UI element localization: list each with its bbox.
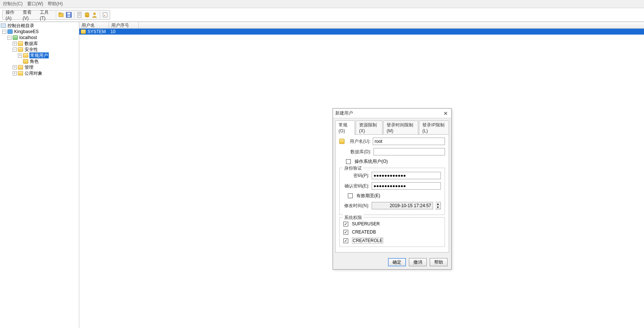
tab-general[interactable]: 常规(G) bbox=[335, 120, 355, 135]
expand-toggle[interactable]: + bbox=[13, 65, 17, 70]
label-database: 数据库(D): bbox=[339, 149, 371, 155]
open-folder-icon[interactable] bbox=[58, 12, 64, 18]
tree-database[interactable]: + 数据库 bbox=[1, 41, 78, 46]
tree-localhost-label: localhost bbox=[19, 35, 37, 41]
menu-help[interactable]: 帮助(H) bbox=[45, 0, 65, 8]
tree-roles-label: 角色 bbox=[29, 58, 39, 64]
expand-toggle[interactable]: − bbox=[13, 48, 17, 52]
expand-toggle[interactable]: + bbox=[13, 71, 17, 75]
cancel-button[interactable]: 撤消 bbox=[409, 258, 427, 266]
cell-userid: 10 bbox=[109, 29, 139, 35]
checkbox-createdb[interactable] bbox=[343, 230, 348, 235]
label-expire: 有效期至(E) bbox=[356, 193, 380, 199]
svg-rect-4 bbox=[67, 15, 70, 17]
close-icon[interactable]: ✕ bbox=[442, 110, 449, 117]
folder-icon bbox=[18, 41, 23, 46]
label-modify-time: 修改时间(N): bbox=[343, 203, 369, 209]
tree-regular-users[interactable]: + 常规用户 bbox=[1, 52, 78, 58]
toolbar-tool[interactable]: 工具(T) bbox=[38, 9, 54, 22]
dialog-body: 用户名(U): 数据库(D): 操作系统用户(O) 身份验证 密码(P): bbox=[335, 134, 449, 253]
col-username[interactable]: 用户名 bbox=[79, 22, 109, 28]
help-button[interactable]: 帮助 bbox=[430, 258, 448, 266]
group-auth: 身份验证 密码(P): 确认密码(E): 有效期至(E) bbox=[339, 168, 445, 215]
tab-login-time[interactable]: 登录时间限制(M) bbox=[383, 120, 418, 135]
tree-database-label: 数据库 bbox=[24, 41, 38, 46]
tree-localhost[interactable]: − localhost bbox=[1, 35, 78, 41]
input-password[interactable] bbox=[372, 172, 441, 179]
cylinder-icon[interactable] bbox=[84, 12, 90, 18]
label-superuser: SUPERUSER bbox=[352, 221, 380, 226]
dialog-tabs: 常规(G) 资源限制(X) 登录时间限制(M) 登录IP限制(L) bbox=[333, 118, 451, 135]
toolbar-wrap: 操作(A) 查看(V) 工具(T) bbox=[0, 8, 644, 22]
input-database[interactable] bbox=[374, 148, 445, 155]
input-username[interactable] bbox=[373, 138, 445, 145]
expand-toggle[interactable]: + bbox=[18, 54, 22, 58]
toolbar: 操作(A) 查看(V) 工具(T) bbox=[2, 10, 110, 20]
menu-console[interactable]: 控制台(C) bbox=[1, 0, 25, 8]
label-password: 密码(P): bbox=[343, 173, 369, 179]
time-spinner[interactable]: ▲▼ bbox=[435, 202, 441, 209]
toolbar-separator bbox=[100, 12, 100, 18]
tree-security-label: 安全性 bbox=[24, 46, 38, 52]
dialog-titlebar[interactable]: 新建用户 ✕ bbox=[333, 109, 451, 118]
user-row-icon bbox=[81, 29, 86, 34]
checkbox-expire[interactable] bbox=[348, 193, 353, 198]
row-superuser: SUPERUSER bbox=[343, 221, 441, 226]
folder-icon bbox=[23, 53, 28, 58]
tree-management[interactable]: + 管理 bbox=[1, 64, 78, 70]
host-icon bbox=[13, 35, 18, 40]
checkbox-superuser[interactable] bbox=[343, 222, 348, 226]
spinner-up-icon[interactable]: ▲ bbox=[435, 202, 440, 206]
menubar: 控制台(C) 窗口(W) 帮助(H) bbox=[0, 0, 644, 8]
toolbar-action[interactable]: 操作(A) bbox=[4, 9, 20, 22]
row-password: 密码(P): bbox=[343, 172, 441, 179]
ok-button[interactable]: 确定 bbox=[388, 258, 406, 266]
input-confirm-password[interactable] bbox=[372, 182, 441, 190]
spinner-down-icon[interactable]: ▼ bbox=[435, 206, 440, 209]
table-header: 用户名 用户序号 bbox=[79, 22, 644, 29]
tree-security[interactable]: − 安全性 bbox=[1, 46, 78, 52]
user-icon[interactable] bbox=[92, 12, 97, 18]
refresh-icon[interactable] bbox=[102, 12, 108, 18]
row-os-user: 操作系统用户(O) bbox=[339, 158, 445, 165]
server-icon bbox=[7, 29, 13, 34]
toolbar-view[interactable]: 查看(V) bbox=[21, 9, 37, 22]
script-icon[interactable] bbox=[77, 12, 83, 18]
checkbox-os-user[interactable] bbox=[346, 159, 351, 164]
table-row[interactable]: SYSTEM 10 bbox=[79, 29, 644, 35]
tree-root[interactable]: 控制台根目录 bbox=[1, 23, 78, 29]
cell-username-text: SYSTEM bbox=[87, 29, 106, 34]
dialog-title-text: 新建用户 bbox=[335, 110, 442, 116]
new-user-dialog: 新建用户 ✕ 常规(G) 资源限制(X) 登录时间限制(M) 登录IP限制(L)… bbox=[333, 108, 452, 270]
group-sys-priv: 系统权限 SUPERUSER CREATEDB CREATEROLE bbox=[339, 217, 445, 247]
tree-public-objects[interactable]: + 公用对象 bbox=[1, 70, 78, 76]
expand-blank bbox=[18, 60, 22, 64]
label-createdb: CREATEDB bbox=[352, 229, 376, 235]
folder-icon bbox=[18, 71, 23, 75]
tree-kingbase[interactable]: − KingbaseES bbox=[1, 29, 78, 35]
tab-login-ip[interactable]: 登录IP限制(L) bbox=[419, 120, 449, 135]
tree-root-label: 控制台根目录 bbox=[7, 23, 35, 29]
input-modify-time[interactable] bbox=[372, 202, 433, 209]
checkbox-createrole[interactable] bbox=[343, 238, 348, 243]
col-userid[interactable]: 用户序号 bbox=[109, 22, 139, 28]
content-pane: 用户名 用户序号 SYSTEM 10 新建用户 ✕ 常规(G) 资源限制(X) … bbox=[79, 22, 644, 328]
dialog-buttons: 确定 撤消 帮助 bbox=[333, 255, 451, 269]
label-username: 用户名(U): bbox=[347, 138, 371, 145]
expand-toggle[interactable]: − bbox=[2, 30, 6, 34]
save-icon[interactable] bbox=[66, 12, 72, 18]
expand-toggle[interactable]: − bbox=[7, 36, 12, 40]
expand-toggle[interactable]: + bbox=[13, 42, 17, 46]
role-icon bbox=[23, 59, 28, 64]
menu-window[interactable]: 窗口(W) bbox=[25, 0, 45, 8]
tree-kingbase-label: KingbaseES bbox=[14, 29, 39, 35]
svg-rect-1 bbox=[59, 13, 61, 14]
row-createrole: CREATEROLE bbox=[343, 238, 441, 244]
tree-roles[interactable]: 角色 bbox=[1, 58, 78, 64]
svg-point-11 bbox=[85, 16, 89, 17]
svg-rect-5 bbox=[78, 12, 81, 17]
console-root-icon bbox=[1, 23, 6, 28]
label-os-user: 操作系统用户(O) bbox=[355, 158, 388, 165]
folder-icon bbox=[18, 47, 23, 52]
tab-resource[interactable]: 资源限制(X) bbox=[356, 120, 382, 135]
